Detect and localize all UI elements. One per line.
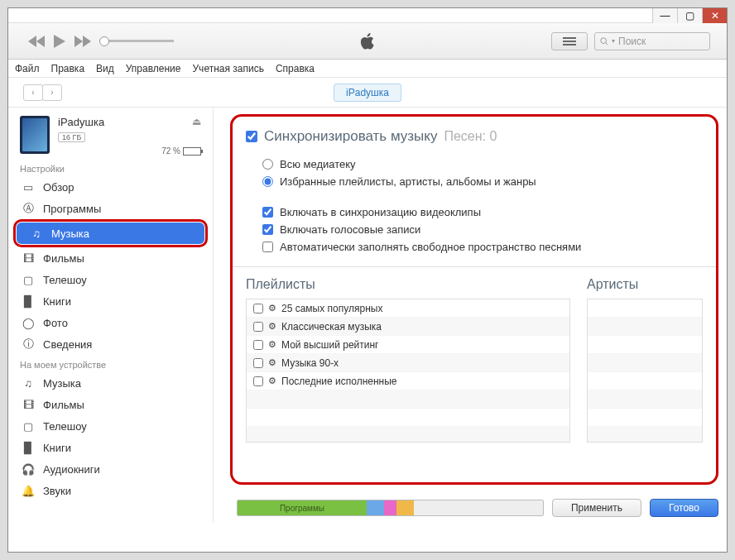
playlist-checkbox[interactable] [253,304,263,314]
ondevice-music[interactable]: ♫Музыка [8,372,213,394]
audiobooks-icon: 🎧 [22,462,35,476]
sounds-icon: 🔔 [22,484,35,497]
menu-help[interactable]: Справка [276,63,315,74]
list-row-empty [588,427,702,443]
ondevice-books[interactable]: ▉Книги [8,437,213,458]
device-name: iPadушка [58,116,104,128]
maximize-button[interactable]: ▢ [677,8,702,23]
list-row-empty [588,336,702,354]
artists-list [587,299,703,443]
ondevice-audiobooks[interactable]: 🎧Аудиокниги [8,458,213,480]
gear-icon: ⚙ [268,339,276,350]
sidebar-item-movies[interactable]: 🎞Фильмы [8,247,213,269]
list-row-empty [247,390,569,409]
ondevice-tv[interactable]: ▢Телешоу [8,415,213,437]
capacity-bar[interactable]: Программы [237,500,544,516]
sidebar-item-overview[interactable]: ▭Обзор [8,176,213,198]
menu-edit[interactable]: Правка [51,63,85,74]
ondevice-movies[interactable]: 🎞Фильмы [8,394,213,415]
sidebar-item-apps[interactable]: ⒶПрограммы [8,198,213,219]
movies-icon: 🎞 [22,251,35,265]
chk-include-videos[interactable] [262,207,273,218]
minimize-button[interactable]: — [652,8,677,23]
playlist-checkbox[interactable] [253,376,263,386]
sidebar-item-books[interactable]: ▉Книги [8,290,213,312]
volume-slider[interactable] [99,40,174,42]
menu-view[interactable]: Вид [96,63,114,74]
nav-row: ‹ › iPadушка [8,78,727,108]
previous-button[interactable] [25,30,48,53]
capacity-free-segment [414,500,543,515]
ondevice-sounds[interactable]: 🔔Звуки [8,480,213,501]
list-icon [563,41,576,42]
chevron-down-icon: ▾ [612,37,615,45]
apps-icon: Ⓐ [22,202,35,215]
radio-selected[interactable] [262,176,273,187]
highlight-ring: ♫Музыка [13,219,208,247]
close-button[interactable]: ✕ [702,8,727,23]
artists-heading: Артисты [587,277,703,292]
footer-bar: Программы Применить Готово [237,497,718,519]
sidebar-item-tv[interactable]: ▢Телешоу [8,269,213,290]
capacity-segment [384,500,397,515]
playlists-list: ⚙25 самых популярных ⚙Классическая музык… [246,299,570,443]
capacity-segment [396,500,414,515]
capacity-segment [367,500,384,515]
device-battery: 72 % [161,146,201,156]
list-row-empty [588,409,702,427]
tv-icon: ▢ [22,273,35,286]
sidebar-item-info[interactable]: ⓘСведения [8,333,213,355]
list-row-empty [588,299,702,318]
chk-videos-label: Включать в синхронизацию видеоклипы [280,206,481,218]
capacity-apps-segment: Программы [238,500,367,515]
apply-button[interactable]: Применить [552,499,641,517]
list-row-empty [247,427,569,443]
done-button[interactable]: Готово [650,499,718,517]
section-ondevice: На моем устройстве [8,355,213,372]
playlist-item[interactable]: ⚙Классическая музыка [247,318,569,336]
list-row-empty [588,390,702,409]
playlist-item[interactable]: ⚙Последние исполненные [247,372,569,390]
chk-include-voice[interactable] [262,224,273,235]
playlist-item[interactable]: ⚙Мой высший рейтинг [247,336,569,354]
playlist-checkbox[interactable] [253,322,263,332]
chk-autofill[interactable] [262,242,273,252]
books-icon: ▉ [22,441,35,454]
sync-music-checkbox[interactable] [246,131,257,142]
playlist-item[interactable]: ⚙Музыка 90-х [247,354,569,372]
device-pill[interactable]: iPadушка [334,84,401,102]
sidebar-item-photos[interactable]: ◯Фото [8,312,213,333]
view-mode-button[interactable] [551,32,588,50]
books-icon: ▉ [22,294,35,308]
back-button[interactable]: ‹ [23,84,43,101]
list-row-empty [588,318,702,336]
search-icon [600,37,608,45]
device-capacity: 16 ГБ [58,132,85,142]
eject-button[interactable]: ⏏ [192,116,201,127]
play-button[interactable] [48,30,71,53]
list-row-empty [247,409,569,427]
svg-line-1 [606,42,608,45]
menu-file[interactable]: Файл [15,63,40,74]
search-input[interactable]: ▾ Поиск [594,32,710,50]
chk-autofill-label: Автоматически заполнять свободное простр… [280,241,581,253]
section-settings: Настройки [8,159,213,176]
next-button[interactable] [71,30,94,53]
chk-voice-label: Включать голосовые записи [280,223,420,236]
gear-icon: ⚙ [268,321,276,332]
playlist-checkbox[interactable] [253,358,263,368]
toolbar: ▾ Поиск [8,23,727,60]
info-icon: ⓘ [22,337,35,351]
photos-icon: ◯ [22,316,35,329]
radio-all-library[interactable] [262,159,273,170]
sidebar-item-music[interactable]: ♫Музыка [17,223,204,244]
playlist-item[interactable]: ⚙25 самых популярных [247,299,569,318]
device-thumbnail-icon [20,116,50,154]
sync-title: Синхронизировать музыку [264,128,437,145]
playlist-checkbox[interactable] [253,340,263,350]
gear-icon: ⚙ [268,303,276,314]
menu-controls[interactable]: Управление [126,63,181,74]
forward-button[interactable]: › [42,84,62,101]
titlebar: — ▢ ✕ [8,8,727,23]
menu-account[interactable]: Учетная запись [193,63,264,74]
